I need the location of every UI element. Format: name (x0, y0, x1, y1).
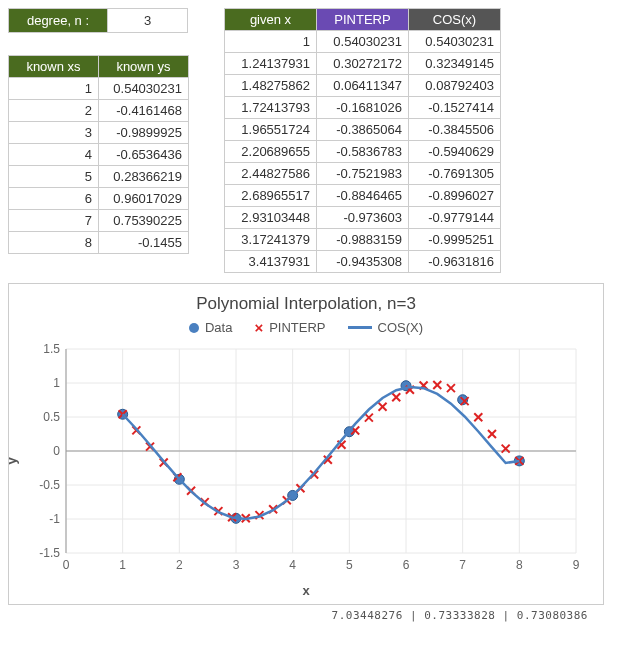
cell[interactable]: 0.54030231 (317, 31, 409, 53)
table-row: 2.44827586-0.7521983-0.7691305 (225, 163, 501, 185)
svg-text:4: 4 (289, 558, 296, 572)
cell[interactable]: 1 (9, 78, 99, 100)
cell[interactable]: 0.75390225 (99, 210, 189, 232)
cell[interactable]: -0.973603 (317, 207, 409, 229)
svg-text:7: 7 (459, 558, 466, 572)
cell[interactable]: 0.32349145 (409, 53, 501, 75)
chart-title: Polynomial Interpolation, n=3 (19, 294, 593, 314)
known-header-xs: known xs (9, 56, 99, 78)
svg-text:-1.5: -1.5 (39, 546, 60, 560)
given-header-pinterp: PINTERP (317, 9, 409, 31)
cell[interactable]: 0.30272172 (317, 53, 409, 75)
svg-text:0: 0 (63, 558, 70, 572)
svg-text:-1: -1 (49, 512, 60, 526)
table-row: 2-0.4161468 (9, 100, 189, 122)
cell[interactable]: 1 (225, 31, 317, 53)
cell[interactable]: 2.93103448 (225, 207, 317, 229)
cell[interactable]: 0.08792403 (409, 75, 501, 97)
cell[interactable]: -0.8996027 (409, 185, 501, 207)
legend-data-label: Data (205, 320, 232, 335)
svg-text:-0.5: -0.5 (39, 478, 60, 492)
cell[interactable]: -0.4161468 (99, 100, 189, 122)
cell[interactable]: -0.5940629 (409, 141, 501, 163)
cell[interactable]: -0.1681026 (317, 97, 409, 119)
known-header-ys: known ys (99, 56, 189, 78)
svg-text:8: 8 (516, 558, 523, 572)
cell[interactable]: -0.9779144 (409, 207, 501, 229)
svg-text:5: 5 (346, 558, 353, 572)
table-row: 1.482758620.064113470.08792403 (225, 75, 501, 97)
cell[interactable]: 2.68965517 (225, 185, 317, 207)
table-row: 3.17241379-0.9883159-0.9995251 (225, 229, 501, 251)
cell[interactable]: 2 (9, 100, 99, 122)
degree-label: degree, n : (8, 8, 108, 33)
cell[interactable]: -0.7691305 (409, 163, 501, 185)
cell[interactable]: -0.9631816 (409, 251, 501, 273)
table-row: 70.75390225 (9, 210, 189, 232)
cell[interactable]: 0.54030231 (409, 31, 501, 53)
svg-text:6: 6 (403, 558, 410, 572)
degree-value[interactable]: 3 (108, 8, 188, 33)
cell[interactable]: -0.5836783 (317, 141, 409, 163)
chart-plot: 0123456789-1.5-1-0.500.511.5 (26, 341, 586, 581)
cell[interactable]: 0.06411347 (317, 75, 409, 97)
cell[interactable]: 5 (9, 166, 99, 188)
cell[interactable]: 6 (9, 188, 99, 210)
svg-text:1: 1 (119, 558, 126, 572)
cell[interactable]: 8 (9, 232, 99, 254)
svg-text:0: 0 (53, 444, 60, 458)
svg-text:1.5: 1.5 (43, 342, 60, 356)
cell[interactable]: 3 (9, 122, 99, 144)
cell[interactable]: 7 (9, 210, 99, 232)
cell[interactable]: -0.1455 (99, 232, 189, 254)
table-row: 3.4137931-0.9435308-0.9631816 (225, 251, 501, 273)
cell[interactable]: 1.96551724 (225, 119, 317, 141)
cell[interactable]: -0.6536436 (99, 144, 189, 166)
cell[interactable]: 0.28366219 (99, 166, 189, 188)
x-icon: × (254, 323, 263, 333)
y-axis-label: y (4, 457, 19, 464)
cell[interactable]: 2.20689655 (225, 141, 317, 163)
cell[interactable]: -0.9435308 (317, 251, 409, 273)
given-header-cos: COS(x) (409, 9, 501, 31)
table-row: 4-0.6536436 (9, 144, 189, 166)
cell[interactable]: -0.8846465 (317, 185, 409, 207)
cell[interactable]: -0.9899925 (99, 122, 189, 144)
svg-text:2: 2 (176, 558, 183, 572)
dot-icon (189, 323, 199, 333)
cell[interactable]: 2.44827586 (225, 163, 317, 185)
cell[interactable]: 3.17241379 (225, 229, 317, 251)
svg-text:3: 3 (233, 558, 240, 572)
table-row: 3-0.9899925 (9, 122, 189, 144)
x-axis-label: x (19, 583, 593, 598)
cell[interactable]: 4 (9, 144, 99, 166)
cell[interactable]: 1.72413793 (225, 97, 317, 119)
cut-off-row: 7.03448276 | 0.73333828 | 0.73080386 (8, 609, 618, 622)
chart-legend: Data × PINTERP COS(X) (19, 320, 593, 335)
table-row: 10.54030231 (9, 78, 189, 100)
cell[interactable]: -0.1527414 (409, 97, 501, 119)
line-icon (348, 326, 372, 329)
cell[interactable]: 0.96017029 (99, 188, 189, 210)
degree-row: degree, n : 3 (8, 8, 189, 33)
cell[interactable]: 1.24137931 (225, 53, 317, 75)
known-table: known xs known ys 10.540302312-0.4161468… (8, 55, 189, 254)
table-row: 50.28366219 (9, 166, 189, 188)
cell[interactable]: 1.48275862 (225, 75, 317, 97)
table-row: 1.241379310.302721720.32349145 (225, 53, 501, 75)
svg-text:0.5: 0.5 (43, 410, 60, 424)
cell[interactable]: 3.4137931 (225, 251, 317, 273)
cell[interactable]: -0.7521983 (317, 163, 409, 185)
table-row: 2.20689655-0.5836783-0.5940629 (225, 141, 501, 163)
cell[interactable]: -0.3865064 (317, 119, 409, 141)
table-row: 1.72413793-0.1681026-0.1527414 (225, 97, 501, 119)
table-row: 60.96017029 (9, 188, 189, 210)
cell[interactable]: -0.9995251 (409, 229, 501, 251)
table-row: 8-0.1455 (9, 232, 189, 254)
given-table: given x PINTERP COS(x) 10.540302310.5403… (224, 8, 501, 273)
svg-text:1: 1 (53, 376, 60, 390)
cell[interactable]: -0.9883159 (317, 229, 409, 251)
cell[interactable]: 0.54030231 (99, 78, 189, 100)
legend-pinterp-label: PINTERP (269, 320, 325, 335)
cell[interactable]: -0.3845506 (409, 119, 501, 141)
